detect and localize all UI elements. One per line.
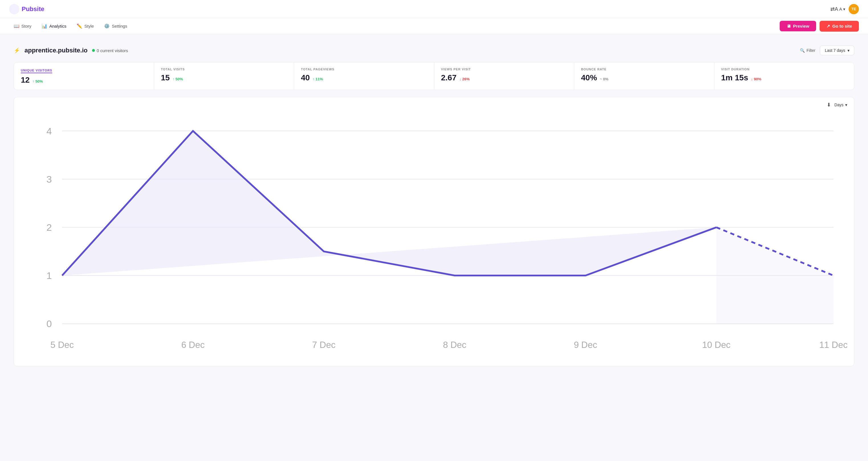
stat-label-views-per-visit: VIEWS PER VISIT — [441, 67, 567, 71]
nav-item-style[interactable]: ✏️ Style — [72, 21, 98, 31]
chart-icon: 📊 — [41, 23, 47, 29]
logo-text: Pubsite — [22, 5, 44, 13]
stat-change-unique-visitors: ↑ 50% — [32, 79, 43, 84]
svg-marker-13 — [716, 227, 834, 324]
svg-text:8 Dec: 8 Dec — [443, 340, 466, 350]
download-button[interactable]: ⬇ — [827, 102, 831, 108]
stat-value-row-visit-duration: 1m 15s ↓ 90% — [721, 73, 847, 82]
filter-button[interactable]: 🔍 Filter — [800, 48, 815, 53]
filter-label: Filter — [806, 48, 815, 53]
pencil-icon: ✏️ — [76, 23, 82, 29]
current-visitors-badge: 0 current visitors — [92, 48, 128, 53]
stat-change-bounce-rate: ~ 0% — [600, 77, 609, 81]
stat-value-visit-duration: 1m 15s — [721, 73, 748, 82]
svg-point-0 — [9, 4, 20, 14]
stat-value-total-pageviews: 40 — [301, 73, 310, 82]
svg-marker-12 — [62, 131, 716, 276]
nav-label-style: Style — [84, 24, 94, 29]
stat-label-visit-duration: VISIT DURATION — [721, 67, 847, 71]
goto-label: Go to site — [832, 24, 852, 29]
chevron-down-icon: ▾ — [843, 7, 845, 11]
stat-value-unique-visitors: 12 — [21, 75, 30, 85]
svg-text:10 Dec: 10 Dec — [702, 340, 731, 350]
translate-button[interactable]: ⇄A A ▾ — [830, 6, 845, 12]
preview-button[interactable]: 🖥 Preview — [780, 21, 816, 31]
chart-container: ⬇ Days ▾ 4 3 2 1 0 — [14, 97, 854, 366]
nav-actions: 🖥 Preview ↗ Go to site — [780, 21, 859, 32]
stat-change-total-pageviews: ↑ 11% — [313, 77, 323, 81]
stat-value-views-per-visit: 2.67 — [441, 73, 457, 82]
logo-area: 🧙 Pubsite — [9, 4, 44, 14]
stat-label-bounce-rate: BOUNCE RATE — [581, 67, 707, 71]
svg-text:9 Dec: 9 Dec — [574, 340, 597, 350]
nav-item-story[interactable]: 📖 Story — [9, 21, 36, 31]
stat-value-row-bounce-rate: 40% ~ 0% — [581, 73, 707, 82]
svg-text:3: 3 — [46, 174, 52, 185]
stat-views-per-visit[interactable]: VIEWS PER VISIT 2.67 ↓ 26% — [434, 62, 575, 90]
stat-label-total-visits: TOTAL VISITS — [161, 67, 287, 71]
online-indicator — [92, 49, 95, 52]
stat-change-views-per-visit: ↓ 26% — [459, 77, 470, 81]
translate-icon: ⇄A — [830, 6, 838, 12]
svg-text:5 Dec: 5 Dec — [51, 340, 74, 350]
stat-visit-duration[interactable]: VISIT DURATION 1m 15s ↓ 90% — [714, 62, 854, 90]
stat-value-bounce-rate: 40% — [581, 73, 597, 82]
site-favicon: ⚡ — [14, 47, 20, 54]
avatar[interactable]: TE — [848, 4, 859, 14]
svg-text:11 Dec: 11 Dec — [819, 340, 847, 350]
stat-unique-visitors[interactable]: UNIQUE VISITORS 12 ↑ 50% — [14, 62, 154, 90]
nav-label-analytics: Analytics — [49, 24, 66, 29]
days-selector[interactable]: Days ▾ — [834, 102, 847, 107]
stat-total-visits[interactable]: TOTAL VISITS 15 ↑ 50% — [154, 62, 294, 90]
svg-text:2: 2 — [46, 222, 52, 233]
stat-value-row-total-pageviews: 40 ↑ 11% — [301, 73, 427, 82]
site-header-right: 🔍 Filter Last 7 days ▾ — [800, 45, 854, 55]
chart-header: ⬇ Days ▾ — [21, 102, 847, 108]
nav-label-story: Story — [21, 24, 31, 29]
stat-change-total-visits: ↑ 50% — [173, 77, 183, 81]
logo-icon: 🧙 — [9, 4, 20, 14]
external-link-icon: ↗ — [827, 24, 830, 29]
preview-icon: 🖥 — [786, 24, 791, 29]
book-icon: 📖 — [14, 23, 20, 29]
filter-icon: 🔍 — [800, 48, 805, 53]
chart-area: 4 3 2 1 0 5 Dec 6 Dec 7 Dec 8 Dec — [21, 110, 847, 359]
svg-text:7 Dec: 7 Dec — [312, 340, 335, 350]
svg-text:1: 1 — [46, 270, 52, 281]
stat-change-visit-duration: ↓ 90% — [751, 77, 761, 81]
nav-label-settings: Settings — [112, 24, 127, 29]
goto-site-button[interactable]: ↗ Go to site — [819, 21, 859, 32]
site-name: apprentice.pubsite.io — [25, 47, 88, 54]
gear-icon: ⚙️ — [104, 23, 110, 29]
svg-text:6 Dec: 6 Dec — [181, 340, 205, 350]
nav-items: 📖 Story 📊 Analytics ✏️ Style ⚙️ Settings — [9, 21, 132, 31]
translate-label: A — [839, 6, 842, 11]
stat-value-row-total-visits: 15 ↑ 50% — [161, 73, 287, 82]
svg-text:0: 0 — [46, 318, 52, 329]
main-nav: 📖 Story 📊 Analytics ✏️ Style ⚙️ Settings… — [0, 18, 868, 34]
stat-bounce-rate[interactable]: BOUNCE RATE 40% ~ 0% — [574, 62, 714, 90]
line-chart: 4 3 2 1 0 5 Dec 6 Dec 7 Dec 8 Dec — [21, 110, 847, 358]
site-header-left: ⚡ apprentice.pubsite.io 0 current visito… — [14, 47, 128, 54]
chevron-down-icon: ▾ — [845, 102, 847, 107]
stat-value-row-views-per-visit: 2.67 ↓ 26% — [441, 73, 567, 82]
stat-label-total-pageviews: TOTAL PAGEVIEWS — [301, 67, 427, 71]
stat-total-pageviews[interactable]: TOTAL PAGEVIEWS 40 ↑ 11% — [294, 62, 434, 90]
visitors-count: 0 current visitors — [97, 48, 128, 53]
stat-value-total-visits: 15 — [161, 73, 170, 82]
app-header: 🧙 Pubsite ⇄A A ▾ TE — [0, 0, 868, 18]
chevron-down-icon: ▾ — [847, 48, 849, 53]
stat-label-unique-visitors: UNIQUE VISITORS — [21, 69, 52, 73]
site-header-row: ⚡ apprentice.pubsite.io 0 current visito… — [14, 45, 854, 55]
main-content: ⚡ apprentice.pubsite.io 0 current visito… — [0, 34, 868, 378]
nav-item-settings[interactable]: ⚙️ Settings — [99, 21, 132, 31]
header-right: ⇄A A ▾ TE — [830, 4, 859, 14]
stats-row: UNIQUE VISITORS 12 ↑ 50% TOTAL VISITS 15… — [14, 62, 854, 90]
preview-label: Preview — [793, 24, 809, 29]
download-icon: ⬇ — [827, 102, 831, 108]
date-range-selector[interactable]: Last 7 days ▾ — [820, 45, 854, 55]
stat-value-row-unique-visitors: 12 ↑ 50% — [21, 75, 147, 85]
nav-item-analytics[interactable]: 📊 Analytics — [37, 21, 71, 31]
days-label: Days — [834, 102, 843, 107]
svg-text:4: 4 — [46, 126, 52, 136]
